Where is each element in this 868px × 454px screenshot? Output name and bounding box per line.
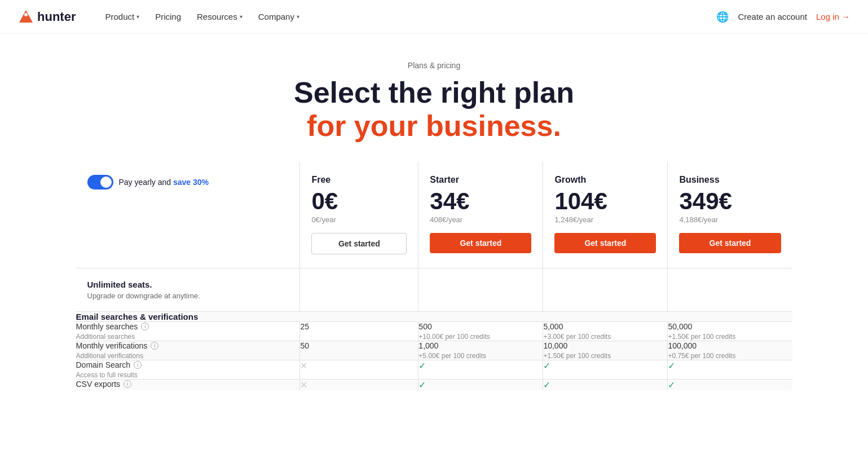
hero-subtitle: Plans & pricing [18, 61, 850, 70]
unlimited-title: Unlimited seats. [87, 280, 289, 289]
feature-label-csv: CSV exports i [76, 380, 300, 389]
feature-row-csv-exports: CSV exports i ✕ ✓ ✓ ✓ [76, 380, 792, 391]
nav-product[interactable]: Product ▾ [98, 7, 146, 26]
logo-text: hunter [37, 10, 76, 24]
value-verifications-starter: 1,000 +5.00€ per 100 credits [418, 341, 543, 360]
toggle-wrapper: Pay yearly and save 30% [87, 175, 289, 189]
toggle-cell: Pay yearly and save 30% [76, 161, 300, 268]
plan-header-starter: Starter 34€ 408€/year Get started [418, 161, 543, 268]
chevron-down-icon: ▾ [136, 14, 139, 20]
nav-company[interactable]: Company ▾ [252, 7, 306, 26]
plan-header-free: Free 0€ 0€/year Get started [300, 161, 418, 268]
toggle-knob [100, 177, 112, 188]
nav-links: Product ▾ Pricing Resources ▾ Company ▾ [98, 7, 716, 26]
feature-name-cell-domain: Domain Search i Access to full results [76, 360, 300, 380]
nav-right: 🌐 Create an account Log in → [716, 11, 850, 23]
plan-name-free: Free [311, 175, 407, 185]
check-icon-csv-business: ✓ [668, 380, 675, 390]
toggle-label: Pay yearly and save 30% [119, 178, 209, 187]
feature-sub-searches: Additional searches [76, 333, 300, 341]
feature-name-cell-csv: CSV exports i [76, 380, 300, 391]
value-domain-growth: ✓ [543, 360, 668, 380]
login-link[interactable]: Log in → [816, 12, 850, 21]
plan-header-business: Business 349€ 4,188€/year Get started [668, 161, 792, 268]
plan-name-growth: Growth [554, 175, 656, 185]
plan-header-growth: Growth 104€ 1,248€/year Get started [543, 161, 668, 268]
feature-sub-verifications: Additional verifications [76, 352, 300, 360]
plan-price-free: 0€ [311, 189, 407, 213]
plan-peryear-starter: 408€/year [430, 215, 531, 224]
unlimited-row: Unlimited seats. Upgrade or downgrade at… [76, 268, 792, 312]
value-domain-business: ✓ [668, 360, 792, 380]
info-icon-searches[interactable]: i [141, 323, 149, 330]
cross-icon-domain-free: ✕ [300, 361, 307, 371]
hunter-logo-icon [18, 9, 34, 25]
value-domain-free: ✕ [300, 360, 418, 380]
check-icon-domain-starter: ✓ [418, 361, 426, 371]
info-icon-csv[interactable]: i [124, 380, 131, 388]
check-icon-domain-growth: ✓ [543, 361, 550, 371]
check-icon-csv-growth: ✓ [543, 380, 550, 390]
value-searches-free: 25 [300, 322, 418, 341]
feature-label-searches: Monthly searches i [76, 322, 300, 331]
value-searches-growth: 5,000 +3.00€ per 100 credits [543, 322, 668, 341]
globe-icon[interactable]: 🌐 [716, 11, 729, 23]
get-started-starter[interactable]: Get started [430, 233, 531, 253]
plan-peryear-growth: 1,248€/year [554, 215, 656, 224]
logo-link[interactable]: hunter [18, 9, 76, 25]
feature-row-monthly-searches: Monthly searches i Additional searches 2… [76, 322, 792, 341]
feature-row-monthly-verifications: Monthly verifications i Additional verif… [76, 341, 792, 360]
get-started-free[interactable]: Get started [311, 233, 407, 254]
value-csv-starter: ✓ [418, 380, 543, 391]
create-account-link[interactable]: Create an account [738, 12, 807, 21]
feature-label-verifications: Monthly verifications i [76, 341, 300, 350]
value-csv-growth: ✓ [543, 380, 668, 391]
plan-peryear-free: 0€/year [311, 215, 407, 224]
value-searches-starter: 500 +10.00€ per 100 credits [418, 322, 543, 341]
check-icon-domain-business: ✓ [668, 361, 675, 371]
value-domain-starter: ✓ [418, 360, 543, 380]
feature-name-cell-searches: Monthly searches i Additional searches [76, 322, 300, 341]
yearly-toggle[interactable] [87, 175, 113, 189]
feature-sub-domain: Access to full results [76, 371, 300, 379]
nav-resources[interactable]: Resources ▾ [190, 7, 249, 26]
get-started-business[interactable]: Get started [679, 233, 781, 253]
value-csv-free: ✕ [300, 380, 418, 391]
plan-price-growth: 104€ [554, 189, 656, 213]
feature-row-domain-search: Domain Search i Access to full results ✕… [76, 360, 792, 380]
hero-title-line1: Select the right plan [294, 76, 574, 109]
info-icon-verifications[interactable]: i [151, 342, 158, 350]
info-icon-domain[interactable]: i [134, 361, 142, 369]
hero-title: Select the right plan for your business. [18, 77, 850, 143]
nav-pricing[interactable]: Pricing [148, 7, 188, 26]
plan-price-business: 349€ [679, 189, 781, 213]
value-csv-business: ✓ [668, 380, 792, 391]
plan-peryear-business: 4,188€/year [679, 215, 781, 224]
chevron-down-icon: ▾ [240, 14, 243, 20]
feature-name-cell-verifications: Monthly verifications i Additional verif… [76, 341, 300, 360]
plan-name-starter: Starter [430, 175, 531, 185]
chevron-down-icon: ▾ [297, 14, 299, 20]
cross-icon-csv-free: ✕ [300, 380, 307, 390]
section-header-row-searches: Email searches & verifications [76, 312, 792, 322]
unlimited-subtitle: Upgrade or downgrade at anytime. [87, 292, 289, 300]
svg-point-1 [24, 13, 28, 16]
pricing-container: Pay yearly and save 30% Free 0€ 0€/year … [62, 161, 807, 413]
unlimited-cell: Unlimited seats. Upgrade or downgrade at… [76, 268, 300, 312]
value-searches-business: 50,000 +1.50€ per 100 credits [668, 322, 792, 341]
navbar: hunter Product ▾ Pricing Resources ▾ Com… [0, 0, 868, 34]
hero-title-line2: for your business. [307, 109, 561, 142]
section-header-searches: Email searches & verifications [76, 312, 792, 322]
pricing-table: Pay yearly and save 30% Free 0€ 0€/year … [76, 161, 793, 391]
value-verifications-business: 100,000 +0.75€ per 100 credits [668, 341, 792, 360]
header-row: Pay yearly and save 30% Free 0€ 0€/year … [76, 161, 792, 268]
get-started-growth[interactable]: Get started [554, 233, 656, 253]
feature-label-domain: Domain Search i [76, 360, 300, 369]
value-verifications-free: 50 [300, 341, 418, 360]
hero-section: Plans & pricing Select the right plan fo… [0, 34, 868, 161]
plan-price-starter: 34€ [430, 189, 531, 213]
check-icon-csv-starter: ✓ [418, 380, 426, 390]
value-verifications-growth: 10,000 +1.50€ per 100 credits [543, 341, 668, 360]
plan-name-business: Business [679, 175, 781, 185]
